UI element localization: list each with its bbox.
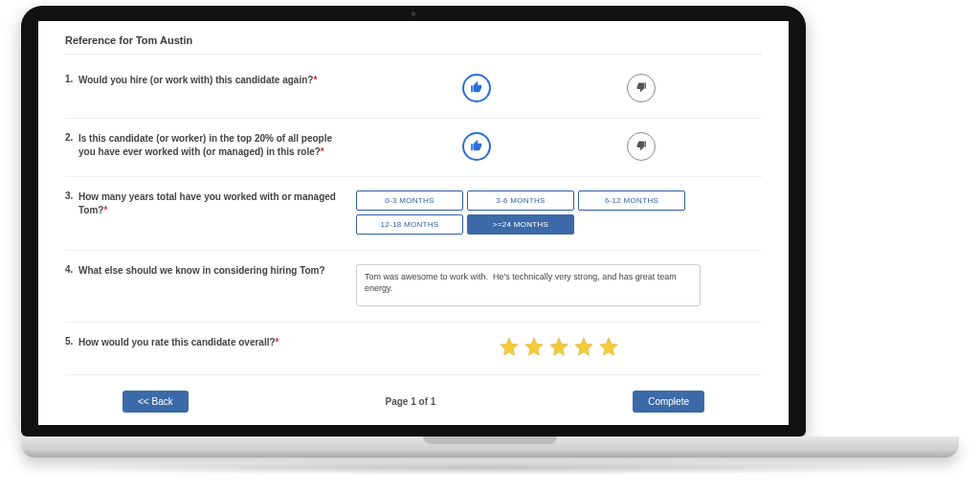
question-number: 1. <box>65 74 78 84</box>
required-marker: * <box>313 75 317 85</box>
star-rating <box>356 336 762 359</box>
question-label: How would you rate this candidate overal… <box>78 337 276 347</box>
star-2[interactable] <box>523 336 545 359</box>
question-4: 4. What else should we know in consideri… <box>65 257 762 323</box>
star-5[interactable] <box>598 336 619 359</box>
duration-option-12-18[interactable]: 12-18 MONTHS <box>356 214 463 235</box>
star-3[interactable] <box>548 336 569 359</box>
pager-label: Page 1 of 1 <box>386 396 436 407</box>
star-1[interactable] <box>499 336 520 359</box>
question-text: Is this candidate (or worker) in the top… <box>78 132 356 159</box>
laptop-shadow <box>59 461 921 475</box>
question-label: Would you hire (or work with) this candi… <box>78 75 313 85</box>
required-marker: * <box>321 146 324 157</box>
duration-option-6-12[interactable]: 6-12 MONTHS <box>578 190 685 211</box>
camera-dot <box>412 11 416 16</box>
thumbs-up-button[interactable] <box>462 74 491 102</box>
question-number: 4. <box>65 264 78 275</box>
form-footer: << Back Page 1 of 1 Complete <box>65 381 762 413</box>
app-screen: Reference for Tom Austin 1. Would you hi… <box>38 21 789 425</box>
screen-bezel: Reference for Tom Austin 1. Would you hi… <box>21 6 806 437</box>
thumb-group <box>356 74 762 102</box>
question-text: Would you hire (or work with) this candi… <box>78 74 356 87</box>
page-title: Reference for Tom Austin <box>65 25 762 55</box>
thumbs-up-icon <box>470 139 483 154</box>
free-text-wrapper <box>356 264 762 306</box>
back-button[interactable]: << Back <box>122 391 189 413</box>
question-number: 5. <box>65 336 78 347</box>
question-text: How many years total have you worked wit… <box>78 190 356 217</box>
question-5: 5. How would you rate this candidate ove… <box>65 328 762 375</box>
laptop-base <box>21 437 959 458</box>
required-marker: * <box>103 205 107 215</box>
question-label: Is this candidate (or worker) in the top… <box>78 133 332 157</box>
duration-group: 0-3 MONTHS 3-6 MONTHS 6-12 MONTHS 12-18 … <box>356 190 762 235</box>
comments-textarea[interactable] <box>356 264 701 306</box>
thumbs-down-icon <box>635 81 647 95</box>
thumbs-down-button[interactable] <box>627 132 656 161</box>
duration-option-3-6[interactable]: 3-6 MONTHS <box>467 190 574 211</box>
thumbs-down-button[interactable] <box>627 74 656 102</box>
complete-button[interactable]: Complete <box>633 391 704 413</box>
question-1: 1. Would you hire (or work with) this ca… <box>65 66 762 119</box>
question-number: 3. <box>65 190 78 201</box>
duration-option-24plus[interactable]: >=24 MONTHS <box>467 214 574 235</box>
duration-option-0-3[interactable]: 0-3 MONTHS <box>356 190 463 211</box>
required-marker: * <box>276 337 279 347</box>
question-label: What else should we know in considering … <box>78 265 325 276</box>
star-4[interactable] <box>573 336 594 359</box>
thumbs-up-icon <box>470 80 483 96</box>
thumbs-down-icon <box>635 140 647 153</box>
question-number: 2. <box>65 132 78 143</box>
question-3: 3. How many years total have you worked … <box>65 183 762 251</box>
question-label: How many years total have you worked wit… <box>78 191 336 215</box>
form-content: Reference for Tom Austin 1. Would you hi… <box>38 21 789 425</box>
thumbs-up-button[interactable] <box>462 132 491 161</box>
question-text: How would you rate this candidate overal… <box>78 336 356 349</box>
thumb-group <box>356 132 762 161</box>
laptop-mockup: Reference for Tom Austin 1. Would you hi… <box>21 6 959 475</box>
question-2: 2. Is this candidate (or worker) in the … <box>65 124 762 177</box>
question-text: What else should we know in considering … <box>78 264 356 278</box>
